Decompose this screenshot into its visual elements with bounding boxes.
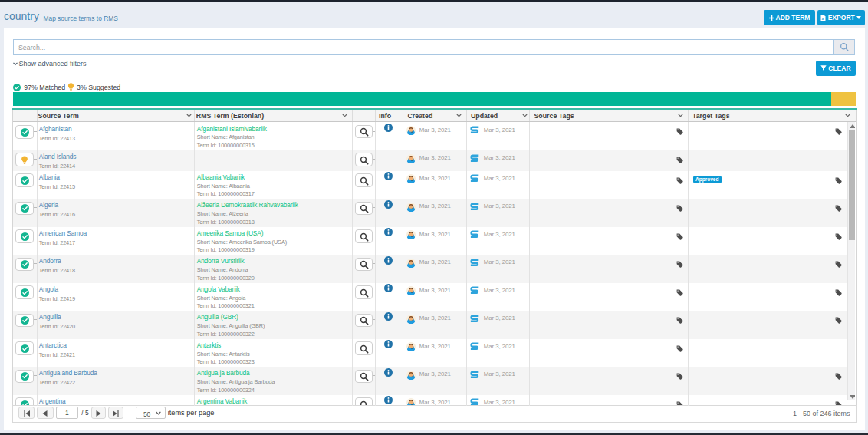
svg-text:x: x [822,15,824,20]
